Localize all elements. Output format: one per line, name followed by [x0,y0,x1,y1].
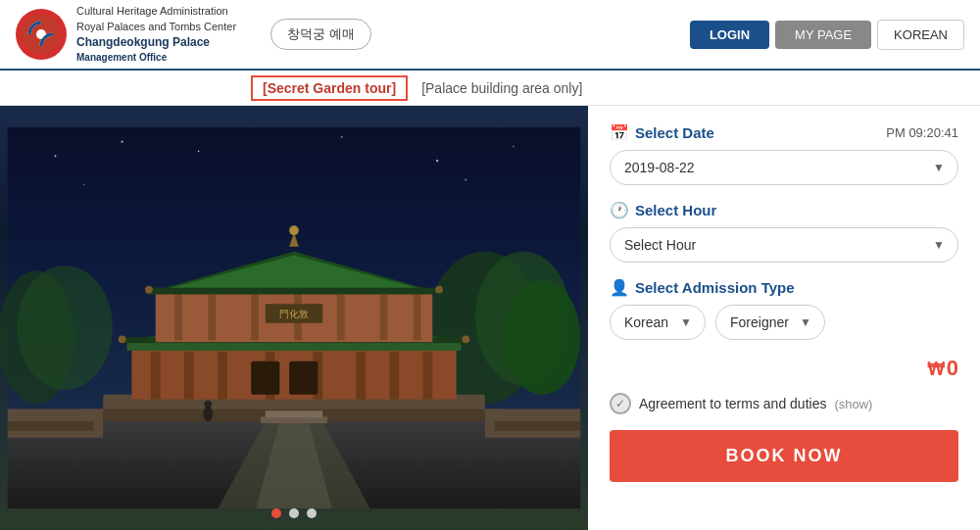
select-admission-label-row: 👤 Select Admission Type [610,278,958,297]
select-admission-row: 👤 Select Admission Type Korean ▼ Foreign… [610,278,958,340]
svg-rect-21 [218,352,227,400]
svg-rect-35 [208,294,216,340]
svg-point-13 [504,280,580,395]
show-link[interactable]: (show) [834,397,872,411]
sub-nav-links: [Secret Garden tour] [Palace building ar… [251,75,592,101]
svg-rect-24 [356,352,366,400]
calendar-icon: 📅 [610,123,629,142]
select-hour-text: Select Hour [635,202,716,218]
select-date-text: Select Date [635,124,714,141]
korean-button[interactable]: KOREAN [877,20,964,50]
select-hour-label-row: 🕐 Select Hour [610,201,958,219]
logo-area: Cultural Heritage Administration Royal P… [16,4,251,65]
sub-nav: [Secret Garden tour] [Palace building ar… [0,71,980,106]
svg-text:門化敦: 門化敦 [279,309,309,319]
select-date-row: 📅 Select Date PM 09:20:41 2019-08-22 ▼ [610,123,958,185]
svg-rect-40 [414,294,421,340]
select-admission-label: 👤 Select Admission Type [610,278,795,297]
palace-image-section: 門化敦 [0,106,588,530]
svg-rect-60 [266,410,322,417]
svg-rect-25 [389,352,399,400]
price-value: 0 [947,356,958,380]
svg-point-15 [17,265,112,390]
subnav-secret-garden[interactable]: [Secret Garden tour] [251,75,408,101]
svg-rect-43 [146,287,442,294]
carousel-dots [271,508,317,518]
svg-point-4 [121,140,122,142]
svg-rect-28 [289,361,318,394]
booking-panel: 📅 Select Date PM 09:20:41 2019-08-22 ▼ 🕐… [588,106,980,530]
nav-tabs: 창덕궁 예매 [270,19,371,50]
foreigner-select-wrapper: Foreigner ▼ [715,305,825,340]
svg-rect-39 [380,294,388,340]
svg-point-8 [513,145,514,147]
svg-point-48 [119,335,126,343]
header: Cultural Heritage Administration Royal P… [0,0,980,71]
org-line1: Cultural Heritage Administration [76,4,236,19]
svg-rect-34 [174,294,182,340]
svg-rect-36 [251,294,259,340]
korean-select-wrapper: Korean ▼ [610,305,706,340]
select-date-label-row: 📅 Select Date PM 09:20:41 [610,123,958,142]
date-select-wrapper: 2019-08-22 ▼ [610,150,958,185]
svg-rect-20 [184,352,194,400]
svg-point-45 [289,225,299,235]
svg-point-3 [54,155,56,157]
svg-rect-59 [261,416,327,423]
logo-text: Cultural Heritage Administration Royal P… [76,4,236,65]
agreement-checkbox[interactable]: ✓ [610,393,631,414]
svg-point-10 [465,178,466,180]
carousel-dot-2[interactable] [289,508,299,518]
korean-select[interactable]: Korean [610,305,706,340]
subnav-palace-building[interactable]: [Palace building area only] [412,77,592,99]
org-line2: Royal Palaces and Tombs Center [76,20,236,34]
date-select[interactable]: 2019-08-22 [610,150,958,185]
svg-rect-58 [495,421,581,431]
nav-tab-changdeokgung[interactable]: 창덕궁 예매 [270,19,371,50]
org-sub: Management Office [76,51,236,65]
svg-rect-57 [8,421,94,431]
hour-select[interactable]: Select Hour [610,227,958,263]
svg-point-46 [145,285,153,293]
login-button[interactable]: LOGIN [690,21,769,49]
svg-rect-26 [423,352,433,400]
clock-icon: 🕐 [610,201,629,219]
select-date-label: 📅 Select Date [610,123,714,142]
svg-point-9 [83,183,85,185]
select-hour-row: 🕐 Select Hour Select Hour ▼ [610,201,958,263]
price-currency: ₩ [927,360,945,379]
svg-point-62 [204,400,212,408]
svg-point-61 [203,406,213,421]
hour-select-wrapper: Select Hour ▼ [610,227,958,263]
svg-point-6 [341,135,343,137]
svg-rect-38 [337,294,345,340]
book-now-button[interactable]: BOOK NOW [610,430,958,482]
price-row: ₩0 [610,356,958,381]
carousel-dot-1[interactable] [271,508,281,518]
logo-icon [16,9,67,60]
person-icon: 👤 [610,278,629,297]
current-time: PM 09:20:41 [886,125,958,140]
main-content: 門化敦 [0,106,980,530]
svg-point-7 [436,160,438,162]
palace-image: 門化敦 [0,106,588,530]
org-name: Changdeokgung Palace [76,34,236,51]
select-hour-label: 🕐 Select Hour [610,201,716,219]
select-admission-text: Select Admission Type [635,279,795,296]
agreement-row: ✓ Agreement to terms and duties (show) [610,393,958,414]
svg-rect-19 [151,352,161,400]
svg-point-5 [198,150,200,152]
svg-rect-27 [251,361,279,394]
svg-point-47 [435,285,443,293]
admission-selects: Korean ▼ Foreigner ▼ [610,305,958,340]
svg-point-49 [462,335,469,343]
mypage-button[interactable]: MY PAGE [775,21,871,49]
foreigner-select[interactable]: Foreigner [715,305,825,340]
agreement-text: Agreement to terms and duties [639,396,826,411]
carousel-dot-3[interactable] [307,508,317,518]
header-buttons: LOGIN MY PAGE KOREAN [690,20,964,50]
